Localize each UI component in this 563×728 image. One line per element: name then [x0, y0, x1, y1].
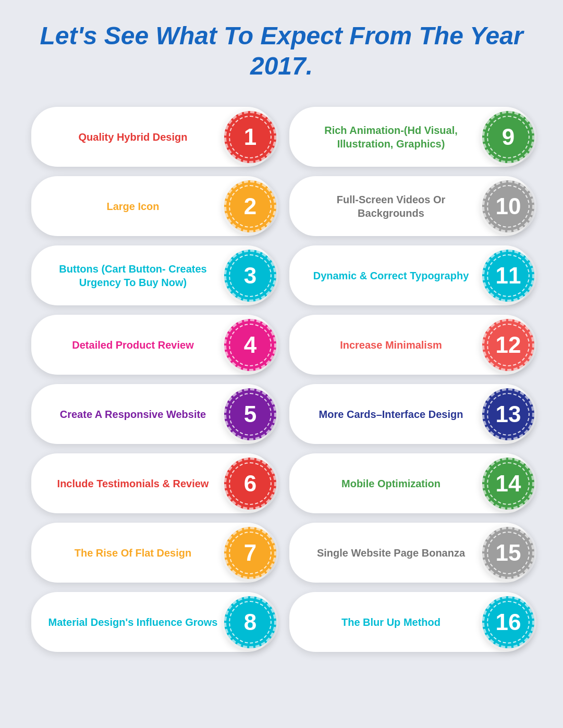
item-number: 2 — [224, 180, 276, 232]
item-number: 12 — [482, 319, 534, 371]
page-title: Let's See What To Expect From The Year 2… — [31, 21, 532, 81]
list-item: Large Icon2 — [31, 176, 274, 236]
list-item: Rich Animation-(Hd Visual, Illustration,… — [289, 107, 532, 167]
item-label: Increase Minimalism — [305, 338, 482, 352]
item-label: Quality Hybrid Design — [47, 130, 224, 144]
list-item: Dynamic & Correct Typography11 — [289, 245, 532, 305]
item-number: 5 — [224, 388, 276, 440]
list-item: Include Testimonials & Review6 — [31, 453, 274, 513]
list-item: Detailed Product Review4 — [31, 315, 274, 375]
item-label: The Blur Up Method — [305, 615, 482, 629]
item-label: Material Design's Influence Grows — [47, 615, 224, 629]
item-number: 4 — [224, 319, 276, 371]
list-item: Full-Screen Videos Or Backgrounds10 — [289, 176, 532, 236]
item-label: Include Testimonials & Review — [47, 477, 224, 490]
item-label: The Rise Of Flat Design — [47, 546, 224, 560]
item-number: 8 — [224, 596, 276, 648]
item-label: Create A Responsive Website — [47, 408, 224, 421]
item-number: 10 — [482, 180, 534, 232]
list-item: The Blur Up Method16 — [289, 592, 532, 652]
item-number: 3 — [224, 250, 276, 302]
item-number: 14 — [482, 458, 534, 510]
item-label: Full-Screen Videos Or Backgrounds — [305, 193, 482, 220]
list-item: Create A Responsive Website5 — [31, 384, 274, 444]
item-number: 16 — [482, 596, 534, 648]
list-item: Mobile Optimization14 — [289, 453, 532, 513]
item-number: 9 — [482, 111, 534, 163]
item-label: Mobile Optimization — [305, 477, 482, 490]
list-item: Single Website Page Bonanza15 — [289, 523, 532, 583]
item-number: 15 — [482, 527, 534, 579]
item-number: 7 — [224, 527, 276, 579]
item-label: More Cards–Interface Design — [305, 408, 482, 421]
item-label: Large Icon — [47, 200, 224, 213]
item-label: Single Website Page Bonanza — [305, 546, 482, 560]
item-number: 6 — [224, 458, 276, 510]
list-item: The Rise Of Flat Design7 — [31, 523, 274, 583]
list-item: Increase Minimalism12 — [289, 315, 532, 375]
list-item: Material Design's Influence Grows8 — [31, 592, 274, 652]
list-item: Quality Hybrid Design1 — [31, 107, 274, 167]
item-label: Dynamic & Correct Typography — [305, 269, 482, 282]
item-number: 1 — [224, 111, 276, 163]
item-label: Buttons (Cart Button- Creates Urgency To… — [47, 262, 224, 289]
item-number: 13 — [482, 388, 534, 440]
items-grid: Quality Hybrid Design1Rich Animation-(Hd… — [31, 107, 532, 652]
item-label: Detailed Product Review — [47, 338, 224, 352]
item-number: 11 — [482, 250, 534, 302]
list-item: More Cards–Interface Design13 — [289, 384, 532, 444]
item-label: Rich Animation-(Hd Visual, Illustration,… — [305, 124, 482, 151]
list-item: Buttons (Cart Button- Creates Urgency To… — [31, 245, 274, 305]
